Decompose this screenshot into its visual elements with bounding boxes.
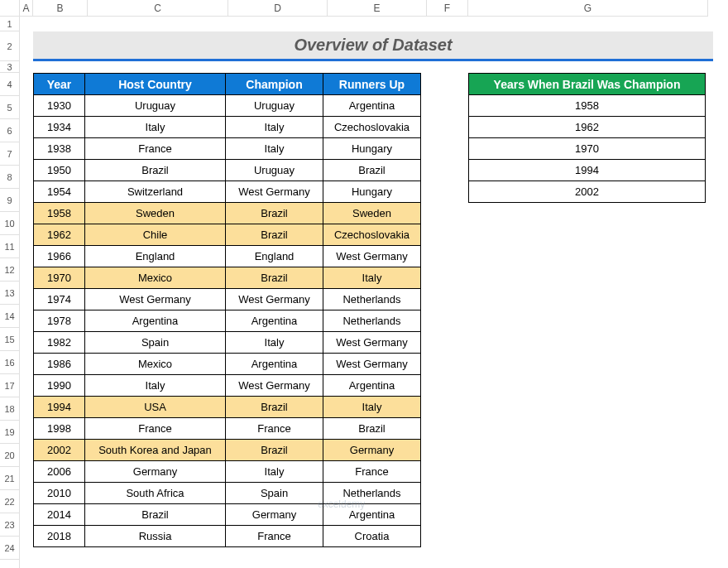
table-row[interactable]: 2010South AfricaSpainNetherlands: [34, 483, 421, 504]
table-row[interactable]: 1966EnglandEnglandWest Germany: [34, 246, 421, 267]
cell-year[interactable]: 1990: [34, 375, 85, 397]
cell-champ[interactable]: Brazil: [226, 267, 323, 289]
cell-champ[interactable]: West Germany: [226, 375, 323, 397]
cell-year[interactable]: 1970: [34, 267, 85, 289]
table-row[interactable]: 2002South Korea and JapanBrazilGermany: [34, 440, 421, 461]
cell-run[interactable]: West Germany: [323, 354, 421, 375]
cell-year[interactable]: 2010: [34, 483, 85, 504]
cell-host[interactable]: South Africa: [85, 483, 226, 504]
main-header-runners-up[interactable]: Runners Up: [323, 74, 421, 95]
row-header-24[interactable]: 24: [0, 537, 20, 560]
cell-run[interactable]: France: [323, 461, 421, 483]
cell-host[interactable]: USA: [85, 397, 226, 418]
table-row[interactable]: 1974West GermanyWest GermanyNetherlands: [34, 289, 421, 310]
cell-year[interactable]: 1966: [34, 246, 85, 267]
row-header-17[interactable]: 17: [0, 374, 20, 397]
cell-host[interactable]: Sweden: [85, 203, 226, 224]
cell-run[interactable]: Italy: [323, 397, 421, 418]
main-header-host-country[interactable]: Host Country: [85, 74, 226, 95]
cell-host[interactable]: France: [85, 138, 226, 160]
table-row[interactable]: 1970: [469, 138, 706, 160]
table-row[interactable]: 1982SpainItalyWest Germany: [34, 332, 421, 354]
cell-year[interactable]: 1958: [34, 203, 85, 224]
cell-year[interactable]: 1930: [34, 95, 85, 117]
cell-year[interactable]: 1994: [469, 160, 706, 181]
main-header-champion[interactable]: Champion: [226, 74, 323, 95]
cell-year[interactable]: 1974: [34, 289, 85, 310]
cell-host[interactable]: Switzerland: [85, 181, 226, 203]
cell-host[interactable]: England: [85, 246, 226, 267]
table-row[interactable]: 1990ItalyWest GermanyArgentina: [34, 375, 421, 397]
cell-host[interactable]: South Korea and Japan: [85, 440, 226, 461]
cell-host[interactable]: Brazil: [85, 504, 226, 526]
cell-year[interactable]: 1982: [34, 332, 85, 354]
cell-champ[interactable]: France: [226, 418, 323, 440]
cell-champ[interactable]: England: [226, 246, 323, 267]
table-row[interactable]: 2006GermanyItalyFrance: [34, 461, 421, 483]
table-row[interactable]: 1938FranceItalyHungary: [34, 138, 421, 160]
cell-year[interactable]: 2002: [469, 181, 706, 203]
table-row[interactable]: 1950BrazilUruguayBrazil: [34, 160, 421, 181]
cell-year[interactable]: 1978: [34, 310, 85, 332]
table-row[interactable]: 1958: [469, 95, 706, 117]
cell-year[interactable]: 1958: [469, 95, 706, 117]
cell-year[interactable]: 2002: [34, 440, 85, 461]
row-header-4[interactable]: 4: [0, 73, 20, 96]
cell-run[interactable]: Argentina: [323, 375, 421, 397]
table-row[interactable]: 1954SwitzerlandWest GermanyHungary: [34, 181, 421, 203]
cell-host[interactable]: Argentina: [85, 310, 226, 332]
cell-host[interactable]: France: [85, 418, 226, 440]
cell-run[interactable]: Germany: [323, 440, 421, 461]
cell-champ[interactable]: Brazil: [226, 224, 323, 246]
row-header-5[interactable]: 5: [0, 96, 20, 119]
row-header-19[interactable]: 19: [0, 421, 20, 444]
cell-champ[interactable]: Brazil: [226, 203, 323, 224]
cell-run[interactable]: Brazil: [323, 418, 421, 440]
table-row[interactable]: 1930UruguayUruguayArgentina: [34, 95, 421, 117]
cell-champ[interactable]: Germany: [226, 504, 323, 526]
cell-year[interactable]: 1938: [34, 138, 85, 160]
table-row[interactable]: 1994USABrazilItaly: [34, 397, 421, 418]
col-header-D[interactable]: D: [228, 0, 328, 17]
cell-year[interactable]: 1994: [34, 397, 85, 418]
col-header-G[interactable]: G: [468, 0, 708, 17]
cell-champ[interactable]: Italy: [226, 332, 323, 354]
side-table-header[interactable]: Years When Brazil Was Champion: [469, 74, 706, 95]
cell-run[interactable]: Czechoslovakia: [323, 117, 421, 138]
table-row[interactable]: 1986MexicoArgentinaWest Germany: [34, 354, 421, 375]
table-row[interactable]: 1934ItalyItalyCzechoslovakia: [34, 117, 421, 138]
cell-host[interactable]: Uruguay: [85, 95, 226, 117]
cell-host[interactable]: Mexico: [85, 267, 226, 289]
cell-run[interactable]: Czechoslovakia: [323, 224, 421, 246]
cell-year[interactable]: 1998: [34, 418, 85, 440]
cell-run[interactable]: Netherlands: [323, 289, 421, 310]
cell-year[interactable]: 1954: [34, 181, 85, 203]
row-header-20[interactable]: 20: [0, 444, 20, 467]
col-header-F[interactable]: F: [427, 0, 468, 17]
cell-run[interactable]: Hungary: [323, 181, 421, 203]
cell-run[interactable]: Brazil: [323, 160, 421, 181]
row-header-1[interactable]: 1: [0, 17, 20, 31]
cell-champ[interactable]: France: [226, 526, 323, 547]
cell-year[interactable]: 2014: [34, 504, 85, 526]
table-row[interactable]: 1978ArgentinaArgentinaNetherlands: [34, 310, 421, 332]
table-row[interactable]: 2014BrazilGermanyArgentina: [34, 504, 421, 526]
cell-run[interactable]: West Germany: [323, 332, 421, 354]
table-row[interactable]: 1998FranceFranceBrazil: [34, 418, 421, 440]
cell-run[interactable]: Italy: [323, 267, 421, 289]
row-header-15[interactable]: 15: [0, 328, 20, 351]
table-row[interactable]: 2018RussiaFranceCroatia: [34, 526, 421, 547]
cell-champ[interactable]: Brazil: [226, 440, 323, 461]
table-row[interactable]: 1962ChileBrazilCzechoslovakia: [34, 224, 421, 246]
table-row[interactable]: 1994: [469, 160, 706, 181]
main-header-year[interactable]: Year: [34, 74, 85, 95]
row-header-12[interactable]: 12: [0, 258, 20, 282]
row-header-16[interactable]: 16: [0, 351, 20, 374]
row-header-11[interactable]: 11: [0, 235, 20, 258]
cell-champ[interactable]: Italy: [226, 138, 323, 160]
table-row[interactable]: 1958SwedenBrazilSweden: [34, 203, 421, 224]
cell-champ[interactable]: Argentina: [226, 310, 323, 332]
cell-champ[interactable]: Italy: [226, 461, 323, 483]
cell-host[interactable]: West Germany: [85, 289, 226, 310]
row-header-3[interactable]: 3: [0, 61, 20, 73]
